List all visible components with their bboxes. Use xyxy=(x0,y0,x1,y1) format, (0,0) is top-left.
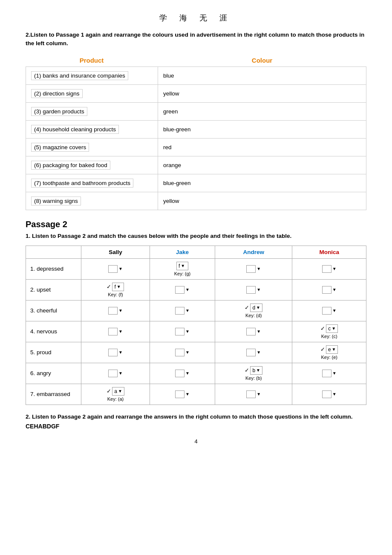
empty-dropdown-box[interactable] xyxy=(108,349,118,356)
empty-dropdown-box[interactable] xyxy=(322,370,331,377)
feeling-label: 7. embarrassed xyxy=(26,384,81,405)
feeling-cell: ▼ xyxy=(215,384,292,405)
empty-dropdown-box[interactable] xyxy=(322,286,331,294)
empty-dropdown-box[interactable] xyxy=(175,349,184,356)
dropdown-arrow: ▼ xyxy=(332,266,337,271)
feeling-cell: ▼ xyxy=(81,342,150,363)
empty-dropdown-box[interactable] xyxy=(175,370,184,377)
feeling-cell: ▼ xyxy=(150,342,215,363)
feeling-cell: ▼ xyxy=(292,384,366,405)
product-cell: (1) banks and insurance companies xyxy=(26,66,158,84)
dropdown-box[interactable]: a▼ xyxy=(112,387,124,396)
dropdown-with-check[interactable]: ✓c▼ xyxy=(320,324,338,333)
cell-content: ✓b▼ Key: (b) xyxy=(219,366,288,381)
product-label: (1) banks and insurance companies xyxy=(31,71,128,80)
empty-dropdown-box[interactable] xyxy=(322,307,331,315)
dropdown-box[interactable]: d▼ xyxy=(250,304,262,312)
dropdown-box[interactable]: f▼ xyxy=(176,262,188,270)
feeling-cell: ✓c▼ Key: (c) xyxy=(292,321,366,342)
passage2-title: Passage 2 xyxy=(26,220,366,229)
feeling-cell: f▼ Key: (g) xyxy=(150,258,215,279)
cell-content: ✓d▼ Key: (d) xyxy=(219,304,288,318)
empty-dropdown-box[interactable] xyxy=(246,390,256,398)
feeling-label: 2. upset xyxy=(26,279,81,300)
feeling-cell: ▼ xyxy=(150,321,215,342)
dropdown-arrow: ▼ xyxy=(256,368,260,373)
check-mark: ✓ xyxy=(245,304,249,311)
empty-dropdown-box[interactable] xyxy=(108,328,118,335)
dropdown-with-check[interactable]: ✓e▼ xyxy=(320,345,338,354)
empty-dropdown-box[interactable] xyxy=(246,286,256,294)
product-cell: (6) packaging for baked food xyxy=(26,156,158,174)
feeling-row: 3. cheerful▼▼ ✓d▼ Key: (d) ▼ xyxy=(26,300,366,321)
product-cell: (3) garden products xyxy=(26,102,158,120)
cell-content: ✓f▼ Key: (f) xyxy=(86,283,145,297)
feeling-label: 3. cheerful xyxy=(26,300,81,321)
dropdown-box[interactable]: f▼ xyxy=(112,283,124,291)
feeling-cell: ▼ xyxy=(81,321,150,342)
colour-cell: red xyxy=(158,138,366,156)
dropdown-arrow: ▼ xyxy=(118,308,123,313)
key-text: Key: (a) xyxy=(107,396,124,402)
check-mark: ✓ xyxy=(107,283,111,290)
dropdown-box[interactable]: b▼ xyxy=(250,366,262,375)
dropdown-with-check[interactable]: ✓f▼ xyxy=(107,283,124,291)
empty-dropdown-box[interactable] xyxy=(246,265,256,273)
dropdown-arrow: ▼ xyxy=(118,389,122,393)
empty-dropdown-box[interactable] xyxy=(246,328,256,335)
key-text: Key: (e) xyxy=(321,355,337,360)
product-cell: (4) household cleaning products xyxy=(26,120,158,138)
cell-content: ✓a▼ Key: (a) xyxy=(86,387,145,402)
cell-content: ✓c▼ Key: (c) xyxy=(297,324,362,339)
dropdown-with-check[interactable]: ✓d▼ xyxy=(245,304,262,312)
col-header-monica: Monica xyxy=(292,246,366,258)
empty-dropdown-box[interactable] xyxy=(108,307,118,315)
empty-dropdown-box[interactable] xyxy=(246,349,256,356)
dropdown-with-check[interactable]: ✓a▼ xyxy=(107,387,124,396)
feeling-cell: ▼ xyxy=(81,258,150,279)
product-row: (2) direction signs yellow xyxy=(26,84,366,102)
answer-text: CEHABDGF xyxy=(26,423,366,430)
dropdown-arrow: ▼ xyxy=(118,371,123,376)
feeling-row: 5. proud▼▼▼ ✓e▼ Key: (e) xyxy=(26,342,366,363)
product-row: (8) warning signs yellow xyxy=(26,192,366,210)
product-cell: (8) warning signs xyxy=(26,192,158,210)
dropdown-with-check[interactable]: ✓b▼ xyxy=(245,366,262,375)
empty-dropdown-box[interactable] xyxy=(322,265,331,273)
key-text: Key: (b) xyxy=(245,376,262,381)
table-col-headers: Product Colour xyxy=(26,54,366,66)
empty-dropdown-box[interactable] xyxy=(175,328,184,335)
empty-dropdown-box[interactable] xyxy=(322,390,331,398)
product-label: (4) household cleaning products xyxy=(31,125,119,134)
colour-cell: blue-green xyxy=(158,120,366,138)
dropdown-arrow: ▼ xyxy=(332,287,337,292)
feeling-cell: ✓e▼ Key: (e) xyxy=(292,342,366,363)
dropdown-box[interactable]: c▼ xyxy=(326,324,338,333)
dropdown-arrow: ▼ xyxy=(332,347,336,352)
feeling-cell: ✓a▼ Key: (a) xyxy=(81,384,150,405)
key-text: Key: (g) xyxy=(174,271,191,276)
product-label: (3) garden products xyxy=(31,107,87,116)
dropdown-arrow: ▼ xyxy=(257,266,261,271)
col-header-andrew: Andrew xyxy=(215,246,292,258)
feeling-cell: ✓d▼ Key: (d) xyxy=(215,300,292,321)
feeling-label: 4. nervous xyxy=(26,321,81,342)
empty-dropdown-box[interactable] xyxy=(108,370,118,377)
feeling-cell: ▼ xyxy=(292,279,366,300)
empty-dropdown-box[interactable] xyxy=(175,390,184,398)
dropdown-box[interactable]: e▼ xyxy=(326,345,338,354)
colour-cell: blue-green xyxy=(158,174,366,192)
dropdown-arrow: ▼ xyxy=(257,329,261,334)
empty-dropdown-box[interactable] xyxy=(175,307,184,315)
product-row: (6) packaging for baked food orange xyxy=(26,156,366,174)
dropdown-arrow: ▼ xyxy=(185,371,190,376)
check-mark: ✓ xyxy=(320,346,325,353)
passage2-instruction1: 1. Listen to Passage 2 and match the cau… xyxy=(26,232,366,240)
product-colour-table: (1) banks and insurance companies blue (… xyxy=(26,66,366,210)
product-cell: (5) magazine covers xyxy=(26,138,158,156)
empty-dropdown-box[interactable] xyxy=(108,265,118,273)
dropdown-arrow: ▼ xyxy=(185,392,190,396)
empty-dropdown-box[interactable] xyxy=(175,286,184,294)
dropdown-arrow: ▼ xyxy=(118,350,123,355)
feeling-label: 5. proud xyxy=(26,342,81,363)
